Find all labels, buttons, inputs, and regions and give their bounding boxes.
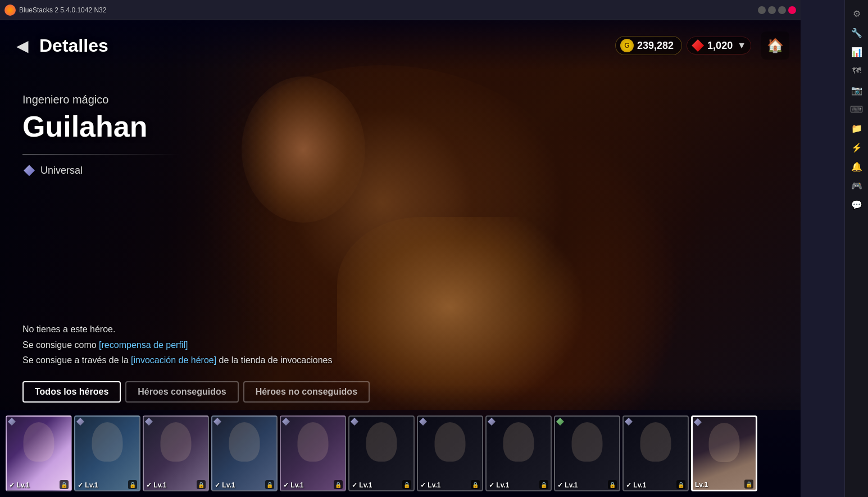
- top-navigation: ◀ Detalles G 239,282 1,020 ▼ 🏠: [0, 20, 801, 71]
- thumb-lock-3: 🔒: [197, 480, 206, 489]
- hero-name: Guilahan: [22, 111, 180, 143]
- thumb-type-icon-4: [213, 418, 221, 426]
- hero-thumb-1[interactable]: ✓ Lv.1 🔒: [6, 415, 72, 491]
- thumb-type-icon-9: [556, 418, 564, 426]
- thumb-lock-1: 🔒: [60, 480, 69, 489]
- filter-acquired[interactable]: Héroes conseguidos: [125, 381, 238, 403]
- thumb-level-5: ✓ Lv.1: [283, 481, 303, 489]
- thumb-type-icon-11: [694, 418, 702, 426]
- maximize-button[interactable]: [778, 6, 786, 14]
- bluestacks-logo: [4, 4, 16, 16]
- thumb-lock-2: 🔒: [128, 480, 137, 489]
- sidebar-camera-icon[interactable]: 📷: [849, 82, 865, 98]
- thumb-type-icon-1: [8, 418, 16, 426]
- sidebar-chat-icon[interactable]: 💬: [849, 197, 865, 213]
- type-label: Universal: [40, 165, 83, 177]
- sidebar-map-icon[interactable]: 🗺: [849, 63, 865, 79]
- thumb-lock-5: 🔒: [334, 480, 343, 489]
- hero-thumb-7[interactable]: ✓ Lv.1 🔒: [417, 415, 483, 491]
- desc-line2: Se consigue como [recompensa de perfil]: [22, 340, 188, 350]
- hero-info-panel: Ingeniero mágico Guilahan Universal: [22, 93, 180, 177]
- sidebar-gamepad-icon[interactable]: 🎮: [849, 178, 865, 193]
- thumb-level-1: ✓ Lv.1: [9, 481, 29, 489]
- home-button[interactable]: 🏠: [761, 31, 789, 60]
- hero-thumb-2[interactable]: ✓ Lv.1 🔒: [74, 415, 140, 491]
- back-arrow-icon: ◀: [11, 34, 34, 57]
- back-button[interactable]: ◀ Detalles: [11, 34, 108, 57]
- gem-amount: 1,020: [707, 40, 733, 52]
- thumb-type-icon-6: [351, 418, 358, 426]
- currency-area: G 239,282 1,020 ▼ 🏠: [615, 31, 789, 60]
- thumb-lock-11: 🔒: [744, 480, 753, 489]
- sidebar-stats-icon[interactable]: 📊: [849, 44, 865, 60]
- coin-icon: G: [620, 39, 634, 52]
- thumb-lock-4: 🔒: [265, 480, 274, 489]
- bluestacks-sidebar: ⚙ 🔧 📊 🗺 📷 ⌨ 📁 ⚡ 🔔 🎮 💬: [844, 0, 868, 497]
- sidebar-settings-icon[interactable]: ⚙: [849, 6, 865, 21]
- coin-amount: 239,282: [637, 40, 674, 52]
- close-button[interactable]: [788, 6, 796, 14]
- thumb-lock-9: 🔒: [608, 480, 617, 489]
- thumb-lock-6: 🔒: [402, 480, 411, 489]
- window-controls: [758, 6, 796, 14]
- thumb-type-icon-8: [488, 418, 496, 426]
- thumb-level-4: ✓ Lv.1: [215, 481, 235, 489]
- desc-line1: No tienes a este héroe.: [22, 324, 115, 334]
- hero-divider: [22, 154, 180, 155]
- help-button[interactable]: [758, 6, 766, 14]
- minimize-button[interactable]: [768, 6, 776, 14]
- desc-line3: Se consigue a través de la [invocación d…: [22, 355, 333, 365]
- hero-thumb-3[interactable]: ✓ Lv.1 🔒: [143, 415, 209, 491]
- gem-dropdown-icon[interactable]: ▼: [737, 40, 746, 51]
- thumb-level-10: ✓ Lv.1: [626, 481, 646, 489]
- gem-icon: [692, 39, 704, 52]
- thumb-lock-8: 🔒: [539, 480, 548, 489]
- hero-thumb-9[interactable]: ✓ Lv.1 🔒: [554, 415, 620, 491]
- thumb-level-6: ✓ Lv.1: [352, 481, 372, 489]
- thumb-type-icon-3: [145, 418, 153, 426]
- coins-display: G 239,282: [615, 36, 682, 55]
- thumb-level-2: ✓ Lv.1: [78, 481, 98, 489]
- thumb-level-9: ✓ Lv.1: [557, 481, 578, 489]
- hero-carousel: ✓ Lv.1 🔒 ✓ Lv.1 🔒 ✓ Lv.1 🔒 ✓ Lv.1 🔒 ✓ Lv…: [0, 410, 801, 497]
- thumb-type-icon-5: [282, 418, 290, 426]
- sidebar-notification-icon[interactable]: 🔔: [849, 159, 865, 174]
- sidebar-keyboard-icon[interactable]: ⌨: [849, 101, 865, 117]
- thumb-lock-7: 🔒: [471, 480, 480, 489]
- description-text: No tienes a este héroe. Se consigue como…: [22, 322, 333, 368]
- thumb-level-3: ✓ Lv.1: [146, 481, 166, 489]
- hero-thumb-11[interactable]: Lv.1 🔒: [691, 415, 757, 491]
- filter-all-heroes[interactable]: Todos los héroes: [22, 381, 121, 403]
- game-area: ◀ Detalles G 239,282 1,020 ▼ 🏠 Ingeniero…: [0, 20, 801, 497]
- sidebar-macro-icon[interactable]: ⚡: [849, 139, 865, 155]
- hero-description: No tienes a este héroe. Se consigue como…: [22, 322, 333, 368]
- thumb-lock-10: 🔒: [676, 480, 685, 489]
- titlebar: BlueStacks 2 5.4.0.1042 N32: [0, 0, 801, 20]
- app-title: BlueStacks 2 5.4.0.1042 N32: [19, 6, 758, 14]
- sidebar-folder-icon[interactable]: 📁: [849, 120, 865, 136]
- type-diamond-icon: [22, 164, 36, 177]
- page-title: Detalles: [39, 35, 108, 56]
- universal-icon: [24, 165, 35, 176]
- hero-subtitle: Ingeniero mágico: [22, 93, 180, 106]
- gems-display: 1,020 ▼: [687, 37, 751, 55]
- thumb-type-icon-2: [76, 418, 84, 426]
- thumb-type-icon-7: [419, 418, 427, 426]
- hero-thumb-10[interactable]: ✓ Lv.1 🔒: [622, 415, 689, 491]
- thumb-type-icon-10: [625, 418, 633, 426]
- filter-buttons: Todos los héroes Héroes conseguidos Héro…: [22, 381, 370, 403]
- thumb-level-8: ✓ Lv.1: [489, 481, 509, 489]
- hero-thumb-8[interactable]: ✓ Lv.1 🔒: [485, 415, 552, 491]
- thumb-level-11: Lv.1: [695, 481, 708, 489]
- hero-thumb-4[interactable]: ✓ Lv.1 🔒: [211, 415, 278, 491]
- desc-highlight1: [recompensa de perfil]: [99, 340, 188, 350]
- desc-highlight2: [invocación de héroe]: [131, 355, 216, 365]
- hero-type: Universal: [22, 164, 180, 177]
- hero-thumb-6[interactable]: ✓ Lv.1 🔒: [348, 415, 415, 491]
- thumb-level-7: ✓ Lv.1: [420, 481, 440, 489]
- filter-not-acquired[interactable]: Héroes no conseguidos: [243, 381, 370, 403]
- sidebar-tools-icon[interactable]: 🔧: [849, 25, 865, 40]
- hero-thumb-5[interactable]: ✓ Lv.1 🔒: [280, 415, 346, 491]
